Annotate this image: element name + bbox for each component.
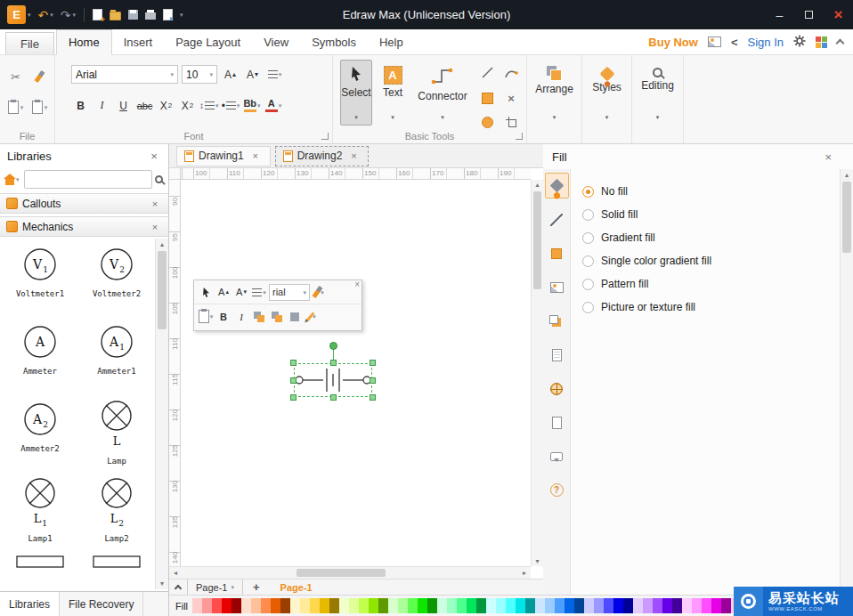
- color-swatch[interactable]: [398, 598, 408, 613]
- selection-handle-se[interactable]: [370, 394, 376, 401]
- increase-font-size-button[interactable]: A▴: [221, 65, 240, 84]
- color-swatch[interactable]: [565, 598, 574, 613]
- color-swatch[interactable]: [320, 598, 329, 613]
- sign-in-link[interactable]: Sign In: [748, 36, 784, 49]
- color-swatch[interactable]: [329, 598, 339, 613]
- mini-format-painter-button[interactable]: ▾: [312, 283, 328, 301]
- mini-select-button[interactable]: [198, 283, 214, 301]
- line-spacing-button[interactable]: ↕▾: [199, 96, 219, 115]
- mini-align-button[interactable]: ▾: [251, 283, 267, 301]
- color-swatch[interactable]: [672, 598, 682, 613]
- mini-italic-button[interactable]: I: [233, 308, 249, 326]
- page-menu-button[interactable]: Page-1 ▾: [187, 580, 243, 595]
- selection-handle-sw[interactable]: [290, 394, 297, 401]
- scroll-left-icon[interactable]: ◂: [169, 567, 182, 579]
- fill-option-no-fill[interactable]: No fill: [582, 185, 711, 198]
- fill-option-solid-fill[interactable]: Solid fill: [582, 208, 711, 221]
- tab-page-layout[interactable]: Page Layout: [164, 29, 252, 54]
- mini-paste-button[interactable]: ▾: [198, 308, 214, 326]
- bullets-button[interactable]: •▾: [222, 96, 240, 115]
- text-highlight-button[interactable]: Bb▾: [243, 96, 262, 115]
- canvas-horizontal-scrollbar[interactable]: ◂ ▸: [169, 566, 531, 579]
- apps-grid-icon[interactable]: [816, 36, 827, 48]
- library-symbol-rect[interactable]: [92, 550, 142, 589]
- close-mechanics-button[interactable]: ×: [148, 222, 162, 232]
- minimize-button[interactable]: –: [765, 0, 794, 29]
- line-tool-button[interactable]: [478, 65, 496, 83]
- rectangle-tool-button[interactable]: [478, 89, 496, 107]
- scrollbar-thumb[interactable]: [533, 191, 541, 289]
- text-align-button[interactable]: ▾: [265, 65, 284, 84]
- print-button[interactable]: [142, 8, 158, 21]
- mini-shape-fill-button[interactable]: [251, 308, 267, 326]
- color-swatch[interactable]: [633, 598, 643, 613]
- paste-button[interactable]: ▾: [7, 98, 25, 116]
- selection-handle-n[interactable]: [330, 360, 337, 366]
- bottom-tab-libraries[interactable]: Libraries: [0, 592, 60, 616]
- styles-button[interactable]: Styles ▾: [584, 60, 630, 126]
- share-icon[interactable]: <: [731, 36, 738, 49]
- font-dialog-launcher[interactable]: [321, 133, 329, 140]
- customize-toolbar-button[interactable]: ▾: [177, 10, 186, 20]
- pages-collapse-icon[interactable]: [175, 585, 182, 592]
- scrollbar-thumb[interactable]: [297, 569, 386, 577]
- library-symbol-rect[interactable]: [15, 550, 65, 589]
- shape-tool-icon[interactable]: [545, 240, 569, 266]
- color-swatch[interactable]: [653, 598, 662, 613]
- color-swatch[interactable]: [388, 598, 398, 613]
- tab-help[interactable]: Help: [368, 29, 415, 54]
- library-symbol-lamp2[interactable]: L2Lamp2: [96, 473, 137, 550]
- fill-option-gradient-fill[interactable]: Gradient fill: [582, 231, 711, 244]
- color-swatch[interactable]: [584, 598, 594, 613]
- add-page-button[interactable]: +: [249, 580, 264, 594]
- color-swatch[interactable]: [692, 598, 702, 613]
- rotation-handle[interactable]: [329, 342, 337, 350]
- library-symbol-ammeter2[interactable]: A2Ammeter2: [20, 395, 61, 473]
- mini-increase-font-button[interactable]: A▴: [215, 283, 232, 301]
- library-symbol-ammeter[interactable]: AAmmeter: [20, 318, 61, 395]
- basic-tools-dialog-launcher[interactable]: [516, 133, 523, 140]
- color-swatch[interactable]: [271, 598, 280, 613]
- scroll-down-icon[interactable]: ▾: [156, 580, 168, 588]
- strikethrough-button[interactable]: abc: [135, 96, 154, 115]
- color-swatch[interactable]: [467, 598, 476, 613]
- library-symbol-voltmeter2[interactable]: V2Voltmeter2: [93, 240, 141, 318]
- copy-button[interactable]: ▾: [31, 98, 49, 116]
- color-swatch[interactable]: [232, 598, 241, 613]
- selection-handle-w[interactable]: [290, 377, 297, 384]
- drawing-canvas[interactable]: A▴ A▾ ▾ rial▾ ▾ × ▾ B I ▾: [181, 180, 531, 566]
- shadow-tool-icon[interactable]: [545, 308, 569, 334]
- arc-tool-button[interactable]: [502, 65, 520, 83]
- library-symbol-ammeter1[interactable]: A1Ammeter1: [96, 318, 137, 395]
- mini-decrease-font-button[interactable]: A▾: [233, 283, 249, 301]
- mini-font-select[interactable]: rial▾: [269, 284, 310, 301]
- maximize-button[interactable]: [794, 0, 824, 29]
- collapse-ribbon-icon[interactable]: [836, 39, 845, 48]
- search-icon[interactable]: [155, 175, 163, 183]
- color-swatch[interactable]: [222, 598, 232, 613]
- color-swatch[interactable]: [496, 598, 506, 613]
- underline-button[interactable]: U: [114, 96, 133, 115]
- mini-shadow-button[interactable]: [287, 308, 303, 326]
- fill-option-picture-or-texture-fill[interactable]: Picture or texture fill: [582, 301, 711, 313]
- image-export-icon[interactable]: [708, 36, 721, 47]
- color-swatch[interactable]: [261, 598, 271, 613]
- color-swatch[interactable]: [241, 598, 251, 613]
- color-swatch[interactable]: [447, 598, 457, 613]
- color-swatch[interactable]: [555, 598, 565, 613]
- fill-option-pattern-fill[interactable]: Pattern fill: [582, 278, 711, 290]
- mini-toolbar-close-button[interactable]: ×: [354, 280, 360, 289]
- tab-view[interactable]: View: [252, 29, 300, 54]
- color-swatch[interactable]: [662, 598, 672, 613]
- color-swatch[interactable]: [212, 598, 222, 613]
- help-tool-icon[interactable]: [545, 477, 569, 503]
- selected-shape[interactable]: [294, 363, 372, 397]
- color-swatch[interactable]: [290, 598, 300, 613]
- color-swatch[interactable]: [574, 598, 584, 613]
- tab-insert[interactable]: Insert: [112, 29, 165, 54]
- color-swatch[interactable]: [545, 598, 555, 613]
- library-section-callouts[interactable]: Callouts ×: [0, 193, 168, 214]
- selection-handle-nw[interactable]: [290, 360, 297, 366]
- document-tool-icon[interactable]: [545, 409, 569, 435]
- color-swatch[interactable]: [721, 598, 731, 613]
